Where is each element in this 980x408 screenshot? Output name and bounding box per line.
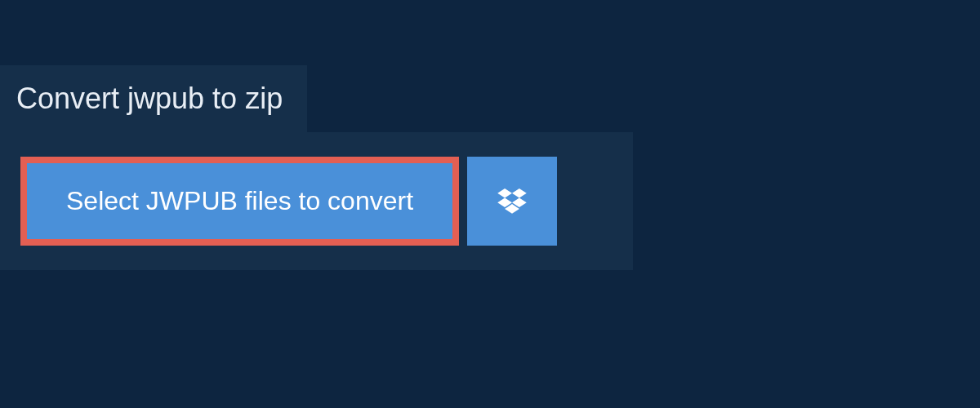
dropbox-icon <box>497 188 527 215</box>
upload-panel: Select JWPUB files to convert <box>0 132 633 270</box>
select-button-highlight: Select JWPUB files to convert <box>20 157 459 246</box>
select-files-button[interactable]: Select JWPUB files to convert <box>27 163 452 239</box>
tab-header: Convert jwpub to zip <box>0 65 307 132</box>
button-row: Select JWPUB files to convert <box>20 157 612 246</box>
page-title: Convert jwpub to zip <box>16 82 283 116</box>
dropbox-button[interactable] <box>467 157 557 246</box>
